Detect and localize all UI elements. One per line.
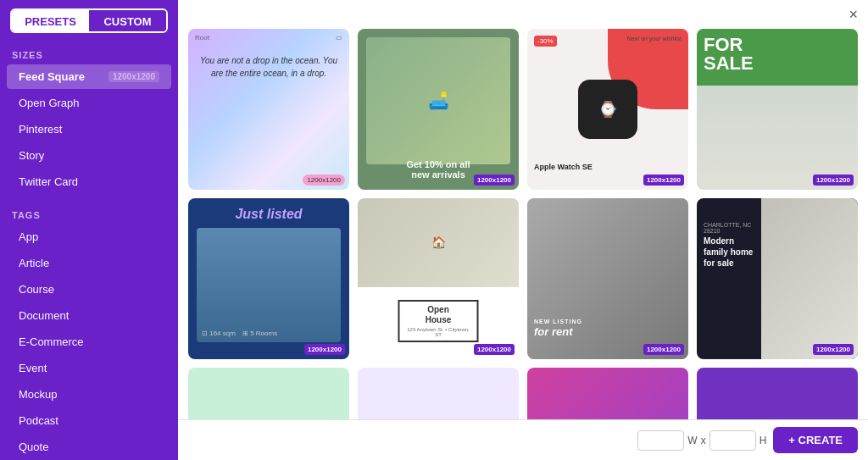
size-badge-t5: 1200x1200 xyxy=(304,344,345,355)
sidebar-item-story[interactable]: Story xyxy=(7,143,171,168)
tags-section-title: TAGS xyxy=(0,203,178,224)
template-card-t8[interactable]: CHARLOTTE, NC 28210 Modernfamily homefor… xyxy=(697,198,858,359)
template-card-t1[interactable]: Root ▭ You are not a drop in the ocean. … xyxy=(188,29,349,190)
text-area-t8: CHARLOTTE, NC 28210 Modernfamily homefor… xyxy=(697,215,770,275)
template-card-t11[interactable]: ⊙ xyxy=(527,368,688,419)
width-label: W xyxy=(687,435,697,446)
rent-text-t7: NEW LISTING for rent xyxy=(534,318,582,338)
height-input[interactable] xyxy=(709,430,756,451)
sidebar-item-open-graph[interactable]: Open Graph xyxy=(7,91,171,115)
sidebar-item-label: Feed Square xyxy=(19,70,85,83)
sidebar-tag-article[interactable]: Article xyxy=(7,251,171,275)
size-badge-t8: 1200x1200 xyxy=(813,344,854,355)
product-label-t3: Apple Watch SE xyxy=(534,163,593,171)
tab-presets[interactable]: PRESETS xyxy=(12,10,89,31)
interior-photo-t8 xyxy=(761,198,858,359)
tab-custom[interactable]: CUSTOM xyxy=(89,10,166,31)
size-badge-t6: 1200x1200 xyxy=(474,344,515,355)
x-separator: x xyxy=(701,435,706,446)
sidebar: PRESETS CUSTOM SIZES Feed Square 1200x12… xyxy=(0,0,178,460)
sidebar-tag-mockup[interactable]: Mockup xyxy=(7,382,171,407)
top-photo-t6: 🏠 xyxy=(358,198,519,287)
watch-circle-t3: ⌚ xyxy=(578,80,637,139)
modal-container: PRESETS CUSTOM SIZES Feed Square 1200x12… xyxy=(0,0,868,460)
size-badge-t7: 1200x1200 xyxy=(643,344,684,355)
sidebar-item-size: 1200x1200 xyxy=(108,71,159,82)
discount-badge-t3: -30% xyxy=(534,36,557,47)
template-row-2: Just listed ⊡ 164 sqm ⊞ 5 Rooms 1200x120… xyxy=(188,198,858,359)
sizes-section-title: SIZES xyxy=(0,43,178,64)
for-sale-text-t4: FORSALE xyxy=(704,36,754,73)
templates-scroll-area[interactable]: Root ▭ You are not a drop in the ocean. … xyxy=(178,29,868,419)
house-image-t5: ⊡ 164 sqm ⊞ 5 Rooms xyxy=(197,228,341,342)
sidebar-item-label: Open Graph xyxy=(19,97,80,109)
sidebar-tabs: PRESETS CUSTOM xyxy=(10,8,168,33)
sidebar-item-label: Pinterest xyxy=(19,123,62,136)
main-header: × xyxy=(178,0,868,29)
template-card-t10[interactable]: ✦ ✦ ✦ xyxy=(358,368,519,419)
template-card-t9[interactable]: Alana Glass Author & CEO of Awesome Inc. xyxy=(188,368,349,419)
sidebar-item-pinterest[interactable]: Pinterest xyxy=(7,117,171,141)
template-card-t3[interactable]: Next on your wishlist -30% ⌚ Apple Watch… xyxy=(527,29,688,190)
sidebar-tag-course[interactable]: Course xyxy=(7,277,171,302)
template-row-3: Alana Glass Author & CEO of Awesome Inc.… xyxy=(188,368,858,419)
footer-bar: W x H + CREATE xyxy=(178,419,868,460)
template-card-t4[interactable]: FORSALE 1200x1200 xyxy=(697,29,858,190)
person-area-t9: Alana Glass Author & CEO of Awesome Inc. xyxy=(188,368,349,419)
sidebar-tag-app[interactable]: App xyxy=(7,224,171,249)
size-badge-t2: 1200x1200 xyxy=(474,175,515,186)
close-button[interactable]: × xyxy=(849,7,858,22)
modern-text-t8: Modernfamily homefor sale xyxy=(704,236,763,269)
width-input[interactable] xyxy=(637,430,684,451)
sidebar-tag-event[interactable]: Event xyxy=(7,356,171,380)
footer-input-group: W x H xyxy=(637,430,766,451)
sidebar-item-feed-square[interactable]: Feed Square 1200x1200 xyxy=(7,64,171,89)
template-card-t2[interactable]: 🛋️ Get 10% on allnew arrivals 1200x1200 xyxy=(358,29,519,190)
template-card-t7[interactable]: NEW LISTING for rent 1200x1200 xyxy=(527,198,688,359)
template-card-t12[interactable] xyxy=(697,368,858,419)
templates-grid: Root ▭ You are not a drop in the ocean. … xyxy=(178,29,868,419)
open-house-box-t6: OpenHouse 123 Anytown St. • Citytown, ST xyxy=(398,300,479,342)
quote-text-t1: You are not a drop in the ocean. You are… xyxy=(188,46,349,88)
sidebar-tag-podcast[interactable]: Podcast xyxy=(7,408,171,433)
sidebar-tag-quote[interactable]: Quote xyxy=(7,435,171,459)
size-badge-t3: 1200x1200 xyxy=(643,175,684,186)
main-content: × Root ▭ You are not a drop in the ocean… xyxy=(178,0,868,460)
just-listed-text-t5: Just listed xyxy=(188,207,349,222)
sidebar-item-twitter-card[interactable]: Twitter Card xyxy=(7,169,171,194)
size-badge-t4: 1200x1200 xyxy=(813,175,854,186)
template-row-1: Root ▭ You are not a drop in the ocean. … xyxy=(188,29,858,190)
create-button[interactable]: + CREATE xyxy=(773,427,858,453)
sidebar-tag-ecommerce[interactable]: E-Commerce xyxy=(7,330,171,354)
wishlist-text-t3: Next on your wishlist xyxy=(627,36,682,42)
sidebar-tag-document[interactable]: Document xyxy=(7,303,171,328)
size-badge-t1: 1200x1200 xyxy=(303,175,345,186)
height-label: H xyxy=(760,435,767,446)
sidebar-item-label: Story xyxy=(19,149,44,162)
template-card-t5[interactable]: Just listed ⊡ 164 sqm ⊞ 5 Rooms 1200x120… xyxy=(188,198,349,359)
template-card-t6[interactable]: 🏠 OpenHouse 123 Anytown St. • Citytown, … xyxy=(358,198,519,359)
sidebar-item-label: Twitter Card xyxy=(19,175,78,188)
